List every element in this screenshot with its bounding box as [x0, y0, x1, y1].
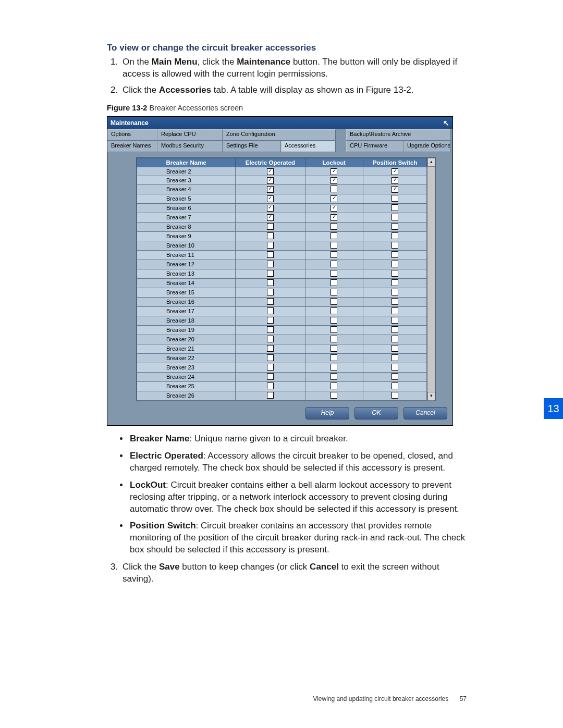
checkbox[interactable]: [391, 345, 398, 352]
checkbox[interactable]: [267, 251, 274, 258]
col-position-switch[interactable]: Position Switch: [363, 158, 426, 167]
checkbox[interactable]: [267, 298, 274, 305]
checkbox[interactable]: [267, 373, 274, 380]
checkbox[interactable]: [267, 232, 274, 239]
table-row: Breaker 13: [137, 269, 427, 278]
checkbox[interactable]: [391, 382, 398, 389]
checkbox[interactable]: [331, 326, 337, 333]
checkbox[interactable]: [267, 345, 274, 352]
col-lockout[interactable]: Lockout: [305, 158, 363, 167]
step-3: Click the Save button to keep changes (o…: [120, 561, 467, 585]
checkbox[interactable]: [331, 270, 337, 277]
checkbox[interactable]: [267, 270, 274, 277]
checkbox[interactable]: [391, 195, 398, 202]
checkbox[interactable]: [331, 223, 337, 230]
checkbox[interactable]: [267, 307, 274, 314]
checkbox[interactable]: [267, 223, 274, 230]
checkbox[interactable]: [331, 214, 337, 221]
tab-breaker-names[interactable]: Breaker Names: [107, 141, 157, 152]
checkbox[interactable]: [391, 261, 398, 267]
checkbox[interactable]: [331, 392, 337, 399]
checkbox[interactable]: [331, 336, 337, 342]
checkbox[interactable]: [331, 279, 337, 286]
scroll-up-icon[interactable]: ▴: [427, 158, 435, 167]
checkbox[interactable]: [267, 279, 274, 286]
col-breaker-name[interactable]: Breaker Name: [137, 158, 236, 167]
checkbox[interactable]: [391, 270, 398, 277]
checkbox[interactable]: [331, 251, 337, 258]
checkbox[interactable]: [331, 364, 337, 371]
checkbox[interactable]: [391, 326, 398, 333]
checkbox[interactable]: [331, 298, 337, 305]
checkbox[interactable]: [331, 261, 337, 267]
checkbox[interactable]: [267, 195, 274, 202]
tab-backup-restore[interactable]: Backup\Restore Archive: [346, 129, 450, 141]
checkbox[interactable]: [267, 326, 274, 333]
maintenance-window: Maintenance ↖ Options Replace CPU Zone C…: [107, 116, 453, 426]
checkbox[interactable]: [331, 289, 337, 295]
checkbox[interactable]: [391, 204, 398, 211]
tab-settings-file[interactable]: Settings File: [223, 141, 281, 152]
tab-replace-cpu[interactable]: Replace CPU: [157, 129, 223, 141]
tab-options[interactable]: Options: [107, 129, 157, 141]
checkbox[interactable]: [391, 364, 398, 371]
ok-button[interactable]: OK: [354, 407, 398, 419]
checkbox[interactable]: [391, 354, 398, 361]
checkbox[interactable]: [331, 242, 337, 249]
checkbox[interactable]: [391, 317, 398, 324]
checkbox[interactable]: [391, 336, 398, 342]
scroll-down-icon[interactable]: ▾: [427, 392, 435, 401]
help-button[interactable]: Help: [305, 407, 349, 419]
checkbox[interactable]: [331, 232, 337, 239]
checkbox[interactable]: [267, 364, 274, 371]
checkbox[interactable]: [331, 373, 337, 380]
checkbox[interactable]: [391, 242, 398, 249]
checkbox[interactable]: [267, 214, 274, 221]
checkbox[interactable]: [391, 298, 398, 305]
checkbox[interactable]: [267, 382, 274, 389]
checkbox[interactable]: [391, 307, 398, 314]
checkbox[interactable]: [267, 317, 274, 324]
checkbox[interactable]: [331, 168, 337, 175]
checkbox[interactable]: [267, 242, 274, 249]
checkbox[interactable]: [391, 223, 398, 230]
checkbox[interactable]: [331, 205, 337, 212]
tab-zone-configuration[interactable]: Zone Configuration: [223, 129, 336, 141]
checkbox[interactable]: [267, 205, 274, 212]
tab-cpu-firmware[interactable]: CPU Firmware: [346, 141, 403, 152]
checkbox[interactable]: [267, 168, 274, 175]
checkbox[interactable]: [331, 177, 337, 184]
checkbox[interactable]: [391, 214, 398, 220]
checkbox[interactable]: [267, 261, 274, 267]
checkbox[interactable]: [331, 354, 337, 361]
checkbox[interactable]: [331, 195, 337, 202]
checkbox[interactable]: [267, 289, 274, 295]
cancel-button[interactable]: Cancel: [403, 407, 447, 419]
checkbox[interactable]: [391, 279, 398, 286]
checkbox[interactable]: [391, 373, 398, 380]
tab-modbus-security[interactable]: Modbus Security: [157, 141, 223, 152]
cell-breaker-name: Breaker 23: [137, 363, 236, 372]
checkbox[interactable]: [331, 307, 337, 314]
vertical-scrollbar[interactable]: ▴ ▾: [427, 158, 435, 401]
checkbox[interactable]: [267, 392, 274, 399]
checkbox[interactable]: [267, 186, 274, 193]
checkbox[interactable]: [391, 392, 398, 399]
checkbox[interactable]: [331, 382, 337, 389]
checkbox[interactable]: [391, 186, 398, 193]
checkbox[interactable]: [391, 168, 398, 175]
checkbox[interactable]: [267, 177, 274, 184]
tab-accessories[interactable]: Accessories: [281, 141, 336, 152]
checkbox[interactable]: [391, 177, 398, 184]
checkbox[interactable]: [331, 317, 337, 324]
checkbox[interactable]: [331, 345, 337, 352]
cell-lockout: [305, 222, 363, 231]
tab-upgrade-options[interactable]: Upgrade Options: [403, 141, 450, 152]
checkbox[interactable]: [267, 354, 274, 361]
col-electric-operated[interactable]: Electric Operated: [236, 158, 305, 167]
checkbox[interactable]: [331, 186, 337, 192]
checkbox[interactable]: [391, 289, 398, 295]
checkbox[interactable]: [267, 336, 274, 342]
checkbox[interactable]: [391, 232, 398, 239]
checkbox[interactable]: [391, 251, 398, 258]
